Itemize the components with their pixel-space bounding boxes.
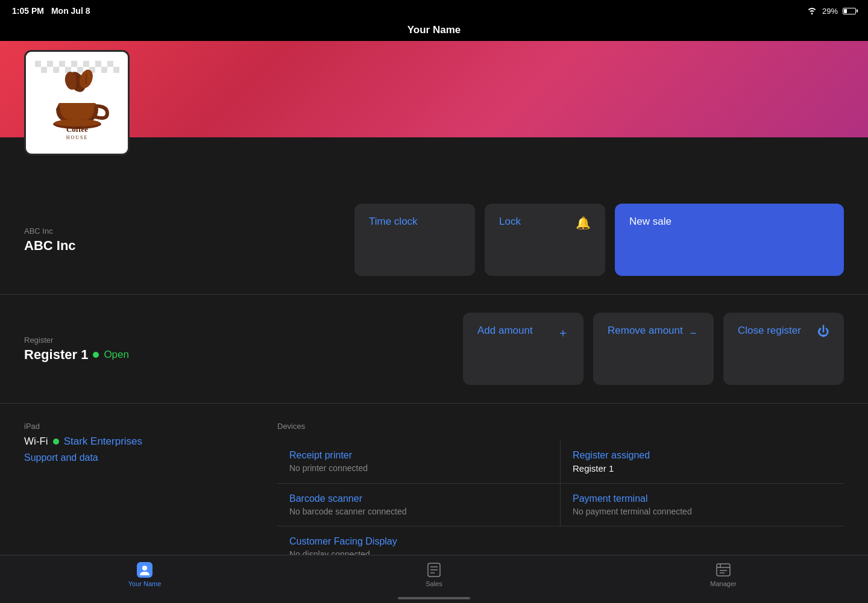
wifi-status-dot: [53, 439, 59, 445]
receipt-printer-device: Receipt printer No printer connected: [277, 440, 561, 484]
svg-rect-3: [59, 61, 65, 67]
tab-sales-icon: [426, 562, 442, 578]
svg-text:Coffee: Coffee: [66, 125, 87, 134]
lock-button[interactable]: Lock 🔔: [485, 204, 605, 276]
tab-manager[interactable]: Manager: [579, 562, 868, 587]
coffee-logo-svg: Coffee HOUSE: [35, 61, 119, 145]
svg-point-25: [142, 566, 147, 570]
register-section: Register Register 1 Open Add amount ＋ Re…: [0, 295, 868, 404]
ipad-info: iPad Wi-Fi Stark Enterprises Support and…: [24, 422, 253, 569]
svg-rect-11: [77, 67, 83, 73]
wifi-label: Wi-Fi: [24, 436, 48, 448]
register-label-area: Register Register 1 Open: [24, 336, 265, 363]
battery-percentage: 29%: [822, 7, 838, 16]
company-main-label: ABC Inc: [24, 238, 265, 254]
customer-facing-display-name[interactable]: Customer Facing Display: [289, 536, 549, 547]
register-open-status: Open: [104, 349, 129, 361]
register-actions: Add amount ＋ Remove amount － Close regis…: [277, 313, 844, 385]
svg-rect-2: [47, 61, 53, 67]
power-icon: ⏻: [817, 325, 829, 339]
new-sale-button[interactable]: New sale: [615, 204, 844, 276]
plus-icon: ＋: [557, 325, 569, 341]
barcode-scanner-device: Barcode scanner No barcode scanner conne…: [277, 484, 561, 526]
remove-amount-button[interactable]: Remove amount －: [593, 313, 714, 385]
svg-rect-9: [53, 67, 59, 73]
time-clock-button[interactable]: Time clock: [354, 204, 475, 276]
status-date: Mon Jul 8: [51, 6, 90, 16]
svg-rect-13: [101, 67, 107, 73]
svg-rect-7: [107, 61, 113, 67]
support-link[interactable]: Support and data: [24, 452, 253, 463]
svg-rect-1: [35, 61, 41, 67]
network-name: Stark Enterprises: [64, 436, 142, 448]
lock-icon: 🔔: [576, 216, 591, 230]
barcode-scanner-status: No barcode scanner connected: [289, 507, 548, 516]
tab-manager-icon: [715, 562, 731, 578]
register-sub-label: Register: [24, 336, 265, 345]
devices-area: Devices Receipt printer No printer conne…: [277, 422, 844, 569]
svg-rect-8: [41, 67, 47, 73]
register-main-label: Register 1: [24, 347, 88, 363]
home-indicator: [398, 597, 470, 599]
battery-icon: [843, 8, 856, 14]
tab-your-name-label: Your Name: [128, 580, 162, 587]
hero-spacer: [0, 137, 868, 167]
minus-icon: －: [687, 325, 699, 341]
svg-rect-14: [113, 67, 119, 73]
company-sub-label: ABC Inc: [24, 227, 265, 236]
svg-rect-4: [71, 61, 77, 67]
receipt-printer-status: No printer connected: [289, 463, 548, 473]
status-bar: 1:05 PM Mon Jul 8 29%: [0, 0, 868, 22]
devices-grid: Receipt printer No printer connected Reg…: [277, 440, 844, 569]
close-register-button[interactable]: Close register ⏻: [723, 313, 844, 385]
company-logo: Coffee HOUSE: [24, 50, 130, 155]
barcode-scanner-name[interactable]: Barcode scanner: [289, 493, 548, 504]
ipad-label: iPad: [24, 422, 253, 431]
company-label-area: ABC Inc ABC Inc: [24, 227, 265, 254]
tab-manager-label: Manager: [710, 580, 736, 587]
devices-label: Devices: [277, 422, 844, 431]
svg-text:HOUSE: HOUSE: [66, 135, 88, 140]
add-amount-button[interactable]: Add amount ＋: [463, 313, 583, 385]
wifi-icon: [807, 6, 817, 16]
register-status-row: Register 1 Open: [24, 347, 265, 363]
tab-your-name-icon: [137, 562, 153, 578]
tab-sales-label: Sales: [426, 580, 442, 587]
svg-rect-6: [95, 61, 101, 67]
payment-terminal-status: No payment terminal connected: [573, 507, 832, 516]
hero-banner: Coffee HOUSE: [0, 41, 868, 137]
payment-terminal-name[interactable]: Payment terminal: [573, 493, 832, 504]
tab-bar: Your Name Sales Manager: [0, 555, 868, 603]
tab-your-name[interactable]: Your Name: [0, 562, 289, 587]
tab-sales[interactable]: Sales: [289, 562, 579, 587]
register-status-dot: [93, 352, 99, 358]
svg-rect-30: [717, 564, 730, 576]
status-time: 1:05 PM: [12, 6, 44, 16]
receipt-printer-name[interactable]: Receipt printer: [289, 450, 548, 461]
wifi-row: Wi-Fi Stark Enterprises: [24, 436, 253, 448]
register-assigned-device: Register assigned Register 1: [561, 440, 844, 484]
company-section: ABC Inc ABC Inc Time clock Lock 🔔 New sa…: [0, 167, 868, 295]
company-actions: Time clock Lock 🔔 New sale: [277, 204, 844, 276]
title-bar: Your Name: [0, 22, 868, 41]
svg-rect-5: [83, 61, 89, 67]
register-assigned-name[interactable]: Register assigned: [573, 450, 832, 461]
page-title: Your Name: [407, 24, 461, 36]
payment-terminal-device: Payment terminal No payment terminal con…: [561, 484, 844, 526]
register-assigned-value: Register 1: [573, 463, 832, 473]
